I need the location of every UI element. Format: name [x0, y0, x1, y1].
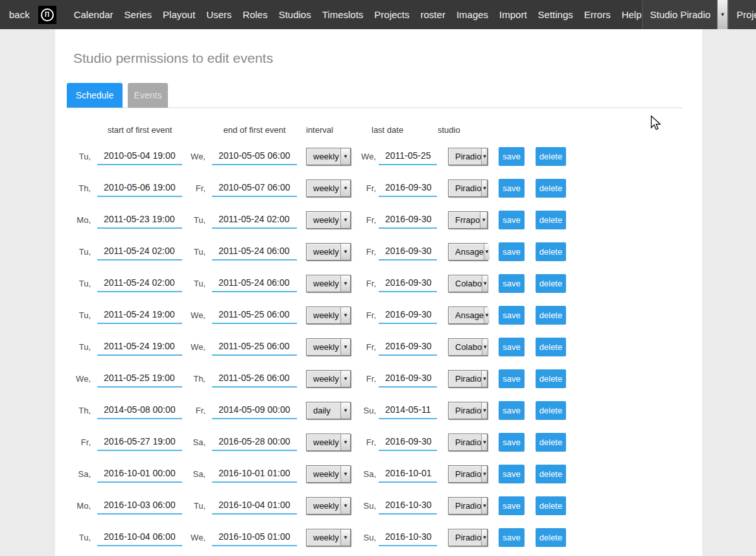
start-datetime-input[interactable]: [97, 212, 182, 229]
end-datetime-input[interactable]: [212, 371, 297, 388]
last-date-input[interactable]: [379, 529, 437, 546]
save-button[interactable]: save: [499, 338, 525, 356]
nav-item-errors[interactable]: Errors: [584, 9, 611, 20]
start-datetime-input[interactable]: [97, 339, 182, 356]
interval-select[interactable]: weekly ▼: [306, 275, 351, 292]
start-datetime-input[interactable]: [97, 307, 182, 324]
nav-item-settings[interactable]: Settings: [538, 9, 573, 20]
end-datetime-input[interactable]: [212, 180, 297, 197]
delete-button[interactable]: delete: [536, 179, 566, 198]
save-button[interactable]: save: [499, 242, 525, 261]
nav-item-playout[interactable]: Playout: [163, 9, 195, 20]
studio-select[interactable]: Colabo ▼: [448, 275, 488, 292]
last-date-input[interactable]: [379, 180, 437, 197]
start-datetime-input[interactable]: [97, 402, 182, 419]
interval-select[interactable]: weekly ▼: [306, 465, 351, 483]
save-button[interactable]: save: [499, 306, 525, 325]
interval-select[interactable]: weekly ▼: [306, 338, 351, 356]
back-link[interactable]: back: [9, 9, 30, 20]
save-button[interactable]: save: [499, 401, 525, 420]
end-datetime-input[interactable]: [212, 498, 297, 515]
end-datetime-input[interactable]: [212, 339, 297, 356]
tab-events[interactable]: Events: [128, 83, 168, 108]
interval-select[interactable]: weekly ▼: [306, 211, 351, 229]
start-datetime-input[interactable]: [97, 529, 182, 546]
last-date-input[interactable]: [379, 371, 437, 388]
interval-select[interactable]: weekly ▼: [306, 529, 351, 546]
nav-item-timeslots[interactable]: Timeslots: [322, 9, 364, 20]
studio-dropdown[interactable]: Studio Piradio ▼: [642, 0, 728, 29]
start-datetime-input[interactable]: [97, 466, 182, 483]
studio-select[interactable]: Piradio ▼: [448, 180, 488, 197]
nav-item-roster[interactable]: roster: [421, 9, 445, 20]
studio-select[interactable]: Frrapo ▼: [448, 211, 488, 229]
last-date-input[interactable]: [379, 307, 437, 324]
delete-button[interactable]: delete: [536, 496, 566, 515]
save-button[interactable]: save: [499, 528, 525, 547]
interval-select[interactable]: daily ▼: [306, 402, 351, 419]
delete-button[interactable]: delete: [536, 528, 566, 547]
save-button[interactable]: save: [499, 147, 525, 166]
delete-button[interactable]: delete: [536, 242, 566, 261]
studio-select[interactable]: Piradio ▼: [448, 370, 488, 388]
end-datetime-input[interactable]: [212, 307, 297, 324]
save-button[interactable]: save: [499, 433, 525, 452]
chevron-down-icon[interactable]: ▼: [717, 0, 727, 29]
pi-radio-logo-icon[interactable]: Π: [38, 6, 56, 24]
last-date-input[interactable]: [379, 275, 437, 292]
end-datetime-input[interactable]: [212, 275, 297, 292]
save-button[interactable]: save: [499, 496, 525, 515]
end-datetime-input[interactable]: [212, 529, 297, 546]
start-datetime-input[interactable]: [97, 148, 182, 165]
tab-schedule[interactable]: Schedule: [67, 83, 123, 108]
nav-item-calendar[interactable]: Calendar: [74, 9, 113, 20]
studio-select[interactable]: Ansage ▼: [448, 307, 488, 324]
start-datetime-input[interactable]: [97, 498, 182, 515]
last-date-input[interactable]: [379, 148, 437, 165]
delete-button[interactable]: delete: [536, 369, 566, 388]
end-datetime-input[interactable]: [212, 244, 297, 261]
studio-select[interactable]: Piradio ▼: [448, 434, 488, 451]
start-datetime-input[interactable]: [97, 371, 182, 388]
start-datetime-input[interactable]: [97, 434, 182, 451]
studio-select[interactable]: Colabo ▼: [448, 338, 488, 356]
start-datetime-input[interactable]: [97, 180, 182, 197]
delete-button[interactable]: delete: [536, 306, 566, 325]
delete-button[interactable]: delete: [536, 465, 566, 483]
nav-item-projects[interactable]: Projects: [374, 9, 409, 20]
studio-select[interactable]: Piradio ▼: [448, 402, 488, 419]
start-datetime-input[interactable]: [97, 275, 182, 292]
interval-select[interactable]: weekly ▼: [306, 434, 351, 451]
delete-button[interactable]: delete: [536, 338, 566, 356]
end-datetime-input[interactable]: [212, 402, 297, 419]
studio-select[interactable]: Ansage ▼: [448, 243, 488, 261]
nav-item-help[interactable]: Help: [622, 9, 642, 20]
end-datetime-input[interactable]: [212, 148, 297, 165]
save-button[interactable]: save: [499, 211, 525, 229]
interval-select[interactable]: weekly ▼: [306, 180, 351, 197]
interval-select[interactable]: weekly ▼: [306, 497, 351, 515]
studio-select[interactable]: Piradio ▼: [448, 497, 488, 515]
studio-select[interactable]: Piradio ▼: [448, 529, 488, 546]
delete-button[interactable]: delete: [536, 433, 566, 452]
delete-button[interactable]: delete: [536, 274, 566, 293]
save-button[interactable]: save: [499, 465, 525, 483]
save-button[interactable]: save: [499, 274, 525, 293]
end-datetime-input[interactable]: [212, 212, 297, 229]
delete-button[interactable]: delete: [536, 211, 566, 229]
last-date-input[interactable]: [379, 402, 437, 419]
nav-item-roles[interactable]: Roles: [242, 9, 267, 20]
project-dropdown[interactable]: Project 88vier ▼: [728, 0, 756, 29]
nav-item-series[interactable]: Series: [124, 9, 152, 20]
studio-select[interactable]: Piradio ▼: [448, 465, 488, 483]
nav-item-import[interactable]: Import: [499, 9, 527, 20]
last-date-input[interactable]: [379, 466, 437, 483]
nav-item-images[interactable]: Images: [456, 9, 488, 20]
interval-select[interactable]: weekly ▼: [306, 307, 351, 324]
save-button[interactable]: save: [499, 369, 525, 388]
last-date-input[interactable]: [379, 244, 437, 261]
end-datetime-input[interactable]: [212, 434, 297, 451]
interval-select[interactable]: weekly ▼: [306, 370, 351, 388]
nav-item-users[interactable]: Users: [206, 9, 231, 20]
interval-select[interactable]: weekly ▼: [306, 243, 351, 261]
